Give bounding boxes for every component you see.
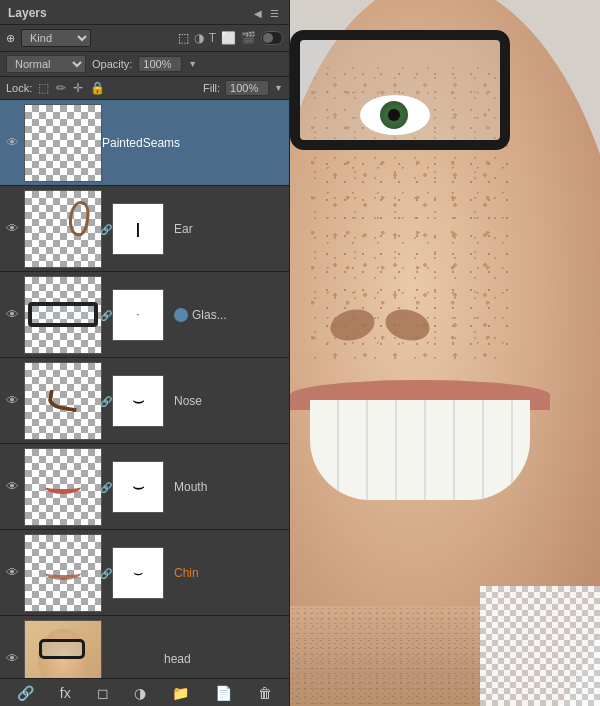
blend-mode-select[interactable]: Normal — [6, 55, 86, 73]
layer-visibility-head[interactable]: 👁 — [0, 616, 24, 678]
layer-name-chin: Chin — [174, 566, 289, 580]
layer-chain-nose: 🔗 — [100, 395, 112, 406]
link-button[interactable]: 🔗 — [12, 683, 39, 703]
titlebar-icons: ◀ ☰ — [252, 8, 281, 19]
layer-visibility-chin[interactable]: 👁 — [0, 530, 24, 615]
photo-background — [290, 0, 600, 706]
lock-move-button[interactable]: ✛ — [72, 81, 84, 95]
delete-layer-button[interactable]: 🗑 — [253, 683, 277, 703]
opacity-arrow[interactable]: ▼ — [188, 59, 197, 69]
teeth-dividers — [310, 400, 530, 500]
stubble-overlay — [290, 606, 510, 706]
iris — [380, 101, 408, 129]
filter-toggle[interactable] — [261, 31, 283, 45]
filter-type-select[interactable]: Kind — [21, 29, 91, 47]
layer-chain-mouth: 🔗 — [100, 481, 112, 492]
fill-arrow[interactable]: ▼ — [274, 83, 283, 93]
layer-thumb-wrap-head — [24, 620, 102, 679]
layers-toolbar: 🔗 fx ◻ ◑ 📁 📄 🗑 — [0, 678, 289, 706]
layer-mask-nose: ⌣ — [112, 375, 164, 427]
eye-element — [360, 95, 460, 145]
nostril-right — [382, 305, 433, 346]
panel-titlebar: Layers ◀ ☰ — [0, 0, 289, 25]
layer-thumbnail-chin — [24, 534, 102, 612]
layer-thumb-wrap-chin: 🔗 — [24, 534, 102, 612]
teeth — [310, 400, 530, 500]
mask-button[interactable]: ◻ — [92, 683, 114, 703]
blend-opacity-row: Normal Opacity: ▼ — [0, 52, 289, 77]
opacity-input[interactable] — [138, 56, 182, 72]
layer-visibility-nose[interactable]: 👁 — [0, 358, 24, 443]
layer-visibility-painted-seams[interactable]: 👁 — [0, 100, 24, 185]
layer-row-ear[interactable]: 👁🔗|Ear — [0, 186, 289, 272]
layer-chain-chin: 🔗 — [100, 567, 112, 578]
panel-collapse-button[interactable]: ◀ — [252, 8, 264, 19]
fx-button[interactable]: fx — [55, 683, 76, 703]
layer-visibility-glasses[interactable]: 👁 — [0, 272, 24, 357]
layer-thumb-wrap-mouth: 🔗 — [24, 448, 102, 526]
filter-adjust-icon[interactable]: ◑ — [194, 31, 204, 45]
opacity-label: Opacity: — [92, 58, 132, 70]
layer-chain-ear: 🔗 — [100, 223, 112, 234]
lock-all-button[interactable]: 🔒 — [89, 81, 106, 95]
layer-thumb-wrap-painted-seams — [24, 104, 102, 182]
layer-mask-glasses: · — [112, 289, 164, 341]
layer-thumbnail-nose — [24, 362, 102, 440]
adjustment-button[interactable]: ◑ — [129, 683, 151, 703]
layer-name-head: head — [164, 652, 289, 666]
layer-visibility-ear[interactable]: 👁 — [0, 186, 24, 271]
layer-name-glasses: Glas... — [192, 308, 289, 322]
lock-row: Lock: ⬚ ✏ ✛ 🔒 Fill: ▼ — [0, 77, 289, 100]
layer-row-mouth[interactable]: 👁🔗⌣Mouth — [0, 444, 289, 530]
mask-symbol-nose: ⌣ — [132, 389, 145, 412]
layer-thumb-wrap-ear: 🔗 — [24, 190, 102, 268]
eyeball — [360, 95, 430, 135]
mask-symbol-ear: | — [136, 221, 140, 237]
layer-row-nose[interactable]: 👁🔗⌣Nose — [0, 358, 289, 444]
filter-pixel-icon[interactable]: ⬚ — [178, 31, 189, 45]
layer-visibility-mouth[interactable]: 👁 — [0, 444, 24, 529]
mask-symbol-glasses: · — [137, 309, 140, 320]
fill-input[interactable] — [225, 80, 269, 96]
lock-image-button[interactable]: ✏ — [55, 81, 67, 95]
nostril-left — [327, 305, 378, 346]
filter-icons: ⬚ ◑ T ⬜ 🎬 — [95, 31, 283, 45]
layer-row-painted-seams[interactable]: 👁PaintedSeams — [0, 100, 289, 186]
layer-thumbnail-ear — [24, 190, 102, 268]
layers-panel: Layers ◀ ☰ ⊕ Kind ⬚ ◑ T ⬜ 🎬 Normal Opaci… — [0, 0, 290, 706]
filter-smart-icon[interactable]: 🎬 — [241, 31, 256, 45]
layer-thumb-wrap-glasses: 🔗 — [24, 276, 102, 354]
layer-mask-mouth: ⌣ — [112, 461, 164, 513]
panel-title: Layers — [8, 6, 47, 20]
layer-thumbnail-head — [24, 620, 102, 679]
layer-name-painted-seams: PaintedSeams — [102, 136, 289, 150]
lock-pixels-button[interactable]: ⬚ — [37, 81, 50, 95]
new-layer-button[interactable]: 📄 — [210, 683, 237, 703]
layer-thumbnail-glasses — [24, 276, 102, 354]
filter-label: ⊕ — [6, 32, 15, 45]
layer-name-mouth: Mouth — [174, 480, 289, 494]
layer-name-ear: Ear — [174, 222, 289, 236]
layers-list: 👁PaintedSeams👁🔗|Ear👁🔗·Glas...👁🔗⌣Nose👁🔗⌣M… — [0, 100, 289, 678]
mask-symbol-mouth: ⌣ — [132, 475, 145, 498]
photo-area — [290, 0, 600, 706]
layer-row-glasses[interactable]: 👁🔗·Glas... — [0, 272, 289, 358]
folder-button[interactable]: 📁 — [167, 683, 194, 703]
layer-mask-ear: | — [112, 203, 164, 255]
filter-shape-icon[interactable]: ⬜ — [221, 31, 236, 45]
layer-mask-chin: ⌣ — [112, 547, 164, 599]
layer-thumbnail-mouth — [24, 448, 102, 526]
mask-symbol-chin: ⌣ — [133, 564, 144, 582]
glasses-element — [290, 30, 600, 160]
glasses-frame — [290, 30, 510, 150]
layer-row-head[interactable]: 👁head — [0, 616, 289, 678]
layer-row-chin[interactable]: 👁🔗⌣Chin — [0, 530, 289, 616]
fill-label: Fill: — [203, 82, 220, 94]
panel-menu-button[interactable]: ☰ — [268, 8, 281, 19]
layer-chain-glasses: 🔗 — [100, 309, 112, 320]
filter-toggle-knob — [263, 33, 273, 43]
layer-thumb-wrap-nose: 🔗 — [24, 362, 102, 440]
filter-row: ⊕ Kind ⬚ ◑ T ⬜ 🎬 — [0, 25, 289, 52]
transparent-checker — [480, 586, 600, 706]
filter-text-icon[interactable]: T — [209, 31, 216, 45]
